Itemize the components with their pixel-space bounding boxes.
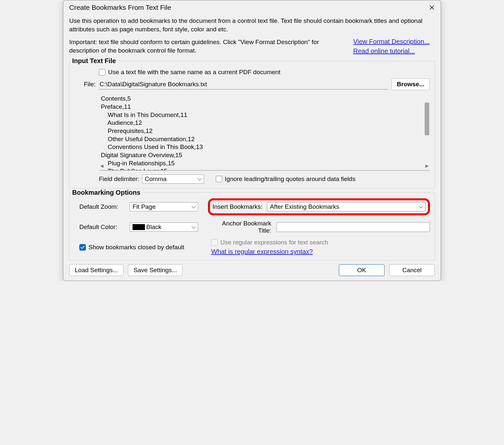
group-input-text-file: Input Text File Use a text file with the…: [69, 61, 435, 189]
close-icon: [429, 5, 434, 10]
dialog-footer: Load Settings... Save Settings... OK Can…: [69, 264, 435, 276]
dialog-body: Use this operation to add bookmarks to t…: [63, 15, 441, 281]
group-options-label: Bookmarking Options: [72, 189, 142, 196]
field-delimiter-label: Field delimiter:: [99, 175, 139, 183]
use-same-name-checkbox[interactable]: Use a text file with the same name as a …: [99, 69, 280, 76]
delimiter-row: Field delimiter: Comma Ignore leading/tr…: [74, 174, 430, 184]
anchor-title-input[interactable]: [276, 222, 430, 232]
default-color-value: Black: [146, 223, 161, 231]
file-preview[interactable]: Contents,5 Preface,11 What Is in This Do…: [99, 93, 430, 171]
dialog-title: Create Bookmarks From Text File: [69, 4, 171, 11]
ignore-quotes-label: Ignore leading/trailing quotes around da…: [225, 175, 355, 183]
file-label: File:: [74, 81, 96, 88]
default-color-select[interactable]: Black: [130, 222, 198, 232]
default-color-label: Default Color:: [74, 223, 126, 231]
checkbox-icon: [99, 69, 105, 75]
close-button[interactable]: [426, 3, 437, 12]
field-delimiter-value: Comma: [145, 175, 167, 183]
save-settings-button[interactable]: Save Settings...: [128, 264, 182, 276]
default-zoom-label: Default Zoom:: [74, 203, 126, 210]
view-format-link[interactable]: View Format Description...: [353, 38, 435, 45]
description-row-2: Important: text file should conform to c…: [69, 38, 435, 55]
file-row: File: Browse...: [74, 78, 430, 90]
options-grid: Default Zoom: Fit Page Insert Bookmarks:…: [74, 198, 430, 255]
file-preview-content: Contents,5 Preface,11 What Is in This Do…: [99, 95, 430, 171]
insert-bookmarks-value: After Existing Bookmarks: [270, 203, 339, 210]
insert-bookmarks-select[interactable]: After Existing Bookmarks: [267, 202, 425, 211]
cancel-button[interactable]: Cancel: [389, 264, 435, 276]
load-settings-button[interactable]: Load Settings...: [69, 264, 123, 276]
insert-bookmarks-label: Insert Bookmarks:: [213, 203, 264, 210]
preview-scrollbar-thumb[interactable]: [425, 103, 429, 135]
group-bookmarking-options: Bookmarking Options Default Zoom: Fit Pa…: [69, 192, 435, 260]
scroll-left-icon[interactable]: ◀: [100, 163, 103, 169]
browse-button[interactable]: Browse...: [391, 78, 430, 90]
insert-bookmarks-highlight: Insert Bookmarks: After Existing Bookmar…: [208, 198, 430, 215]
field-delimiter-select[interactable]: Comma: [142, 174, 204, 184]
preview-scroll-arrows: ◀ ▶: [99, 163, 430, 169]
show-closed-checkbox[interactable]: Show bookmarks closed by default: [79, 244, 205, 251]
description-text-2: Important: text file should conform to c…: [69, 38, 340, 55]
ignore-quotes-checkbox[interactable]: Ignore leading/trailing quotes around da…: [216, 175, 355, 183]
anchor-title-label: Anchor Bookmark Title:: [208, 220, 273, 234]
use-regex-label: Use regular expressions for text search: [220, 239, 328, 246]
checkbox-icon: [216, 176, 222, 182]
same-name-row: Use a text file with the same name as a …: [74, 69, 430, 76]
color-swatch-icon: [133, 224, 145, 230]
dialog-create-bookmarks: Create Bookmarks From Text File Use this…: [63, 0, 441, 281]
scroll-right-icon[interactable]: ▶: [425, 163, 429, 169]
description-text-1: Use this operation to add bookmarks to t…: [69, 17, 435, 33]
default-zoom-select[interactable]: Fit Page: [130, 202, 198, 211]
use-regex-checkbox[interactable]: Use regular expressions for text search: [211, 239, 430, 246]
checkbox-icon: [79, 244, 86, 251]
help-links: View Format Description... Read online t…: [353, 38, 435, 55]
ok-button[interactable]: OK: [339, 264, 385, 276]
read-tutorial-link[interactable]: Read online tutorial...: [353, 47, 435, 55]
checkbox-icon: [211, 239, 218, 246]
show-closed-label: Show bookmarks closed by default: [88, 244, 184, 251]
use-same-name-label: Use a text file with the same name as a …: [108, 69, 280, 76]
group-input-label: Input Text File: [72, 57, 118, 65]
titlebar: Create Bookmarks From Text File: [63, 0, 441, 15]
regex-help-link[interactable]: What is regular expression syntax?: [211, 248, 313, 255]
file-path-input[interactable]: [99, 79, 388, 90]
default-zoom-value: Fit Page: [133, 203, 156, 210]
